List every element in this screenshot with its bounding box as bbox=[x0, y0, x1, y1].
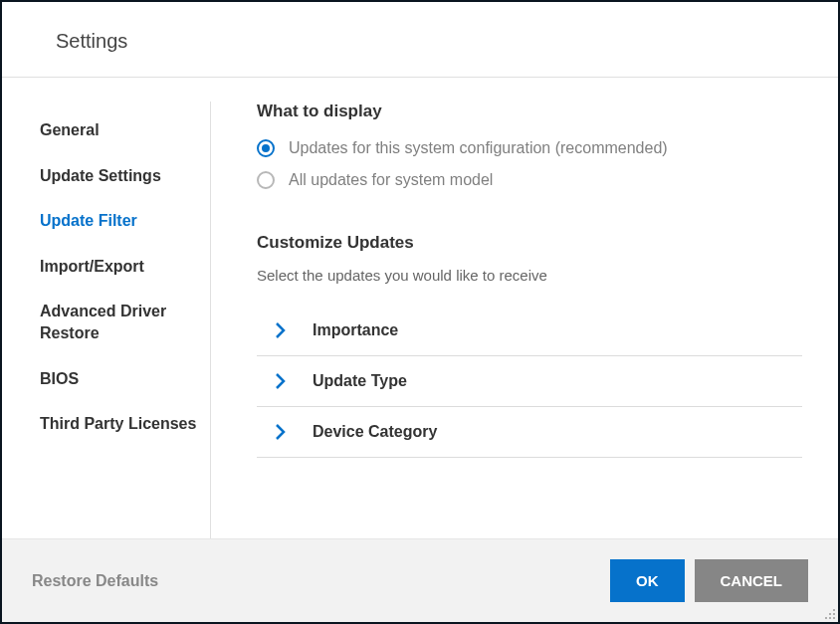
svg-point-2 bbox=[833, 613, 835, 615]
radio-option-all-updates[interactable]: All updates for system model bbox=[257, 171, 802, 189]
what-to-display-heading: What to display bbox=[257, 102, 802, 121]
chevron-right-icon bbox=[269, 373, 293, 389]
dialog-title: Settings bbox=[56, 30, 838, 53]
sidebar: General Update Settings Update Filter Im… bbox=[40, 102, 211, 538]
restore-defaults-link[interactable]: Restore Defaults bbox=[32, 572, 158, 590]
expander-device-category[interactable]: Device Category bbox=[257, 407, 802, 458]
svg-point-1 bbox=[829, 613, 831, 615]
svg-point-3 bbox=[825, 617, 827, 619]
sidebar-item-update-filter[interactable]: Update Filter bbox=[40, 198, 210, 244]
radio-label: Updates for this system configuration (r… bbox=[289, 139, 668, 157]
chevron-right-icon bbox=[269, 424, 293, 440]
svg-point-5 bbox=[833, 617, 835, 619]
sidebar-item-third-party-licenses[interactable]: Third Party Licenses bbox=[40, 401, 210, 447]
expander-label: Device Category bbox=[313, 423, 437, 441]
what-to-display-radio-group: Updates for this system configuration (r… bbox=[257, 139, 802, 189]
expander-importance[interactable]: Importance bbox=[257, 306, 802, 356]
sidebar-item-import-export[interactable]: Import/Export bbox=[40, 244, 210, 290]
dialog-body: General Update Settings Update Filter Im… bbox=[2, 78, 838, 538]
ok-button[interactable]: OK bbox=[610, 559, 685, 602]
radio-option-this-system[interactable]: Updates for this system configuration (r… bbox=[257, 139, 802, 157]
content-pane: What to display Updates for this system … bbox=[211, 102, 838, 538]
expander-update-type[interactable]: Update Type bbox=[257, 356, 802, 407]
sidebar-item-bios[interactable]: BIOS bbox=[40, 356, 210, 402]
svg-point-4 bbox=[829, 617, 831, 619]
sidebar-item-advanced-driver-restore[interactable]: Advanced Driver Restore bbox=[40, 289, 210, 355]
customize-updates-subtext: Select the updates you would like to rec… bbox=[257, 267, 802, 284]
chevron-right-icon bbox=[269, 322, 293, 338]
customize-updates-heading: Customize Updates bbox=[257, 233, 802, 253]
expander-label: Importance bbox=[313, 321, 398, 339]
svg-point-0 bbox=[833, 609, 835, 611]
dialog-header: Settings bbox=[2, 2, 838, 78]
dialog-footer: Restore Defaults OK CANCEL bbox=[2, 538, 838, 622]
radio-icon bbox=[257, 139, 275, 157]
sidebar-item-general[interactable]: General bbox=[40, 107, 210, 153]
cancel-button[interactable]: CANCEL bbox=[695, 559, 809, 602]
resize-grip-icon[interactable] bbox=[824, 608, 836, 620]
settings-dialog: Settings General Update Settings Update … bbox=[2, 2, 838, 622]
radio-icon bbox=[257, 171, 275, 189]
radio-label: All updates for system model bbox=[289, 171, 493, 189]
footer-buttons: OK CANCEL bbox=[610, 559, 808, 602]
expander-label: Update Type bbox=[313, 372, 407, 390]
sidebar-item-update-settings[interactable]: Update Settings bbox=[40, 153, 210, 199]
